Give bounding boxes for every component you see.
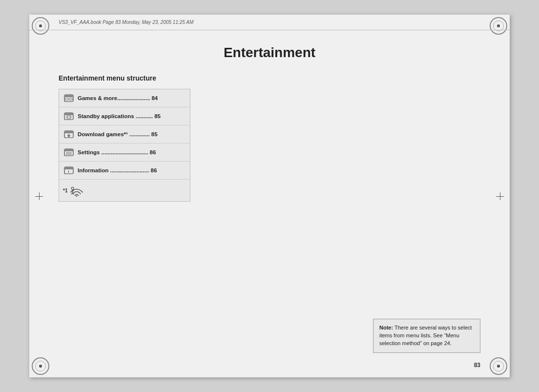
- page: VS3_VF_AAA.book Page 83 Monday, May 23, …: [29, 15, 510, 377]
- menu-row-standby: Standby applications ........... 85: [59, 107, 190, 125]
- menu-text-download: Download games*¹ ............. 85: [78, 131, 186, 137]
- note-box: Note: There are several ways to select i…: [373, 319, 480, 353]
- svg-rect-5: [64, 113, 73, 115]
- menu-text-standby: Standby applications ........... 85: [78, 113, 186, 119]
- svg-line-23: [72, 192, 73, 194]
- games-icon: [63, 92, 75, 104]
- top-bar-text: VS3_VF_AAA.book Page 83 Monday, May 23, …: [59, 20, 193, 25]
- footnote-row: *1: [59, 180, 190, 201]
- content-area: Entertainment Entertainment menu structu…: [29, 30, 510, 377]
- menu-row-download: Download games*¹ ............. 85: [59, 125, 190, 144]
- svg-rect-10: [64, 131, 73, 133]
- menu-row-games: Games & more..................... 84: [59, 89, 190, 107]
- menu-table: Games & more..................... 84 Sta…: [59, 89, 190, 202]
- svg-rect-13: [64, 149, 73, 151]
- svg-rect-2: [65, 98, 68, 100]
- svg-rect-1: [64, 95, 73, 97]
- menu-row-info: i Information ......................... …: [59, 162, 190, 180]
- menu-text-settings: Settings .............................. …: [78, 149, 186, 155]
- download-icon: [63, 128, 75, 140]
- wireless-icon: [69, 184, 84, 197]
- standby-icon: [63, 110, 75, 122]
- section-heading: Entertainment menu structure: [59, 74, 480, 82]
- menu-row-settings: Settings .............................. …: [59, 144, 190, 162]
- svg-point-19: [76, 195, 78, 197]
- page-title: Entertainment: [59, 45, 480, 61]
- menu-text-info: Information ......................... 86: [78, 167, 186, 173]
- svg-rect-3: [69, 98, 72, 100]
- page-number: 83: [474, 362, 480, 369]
- svg-point-20: [72, 187, 74, 189]
- menu-text-games: Games & more..................... 84: [78, 95, 186, 101]
- svg-rect-17: [64, 167, 73, 169]
- footnote-superscript: *1: [63, 188, 67, 193]
- note-text: There are several ways to select items f…: [379, 325, 472, 346]
- top-bar: VS3_VF_AAA.book Page 83 Monday, May 23, …: [29, 15, 510, 30]
- settings-icon: [63, 146, 75, 158]
- note-label: Note:: [379, 325, 393, 330]
- svg-text:i: i: [68, 170, 69, 173]
- info-icon: i: [63, 165, 75, 176]
